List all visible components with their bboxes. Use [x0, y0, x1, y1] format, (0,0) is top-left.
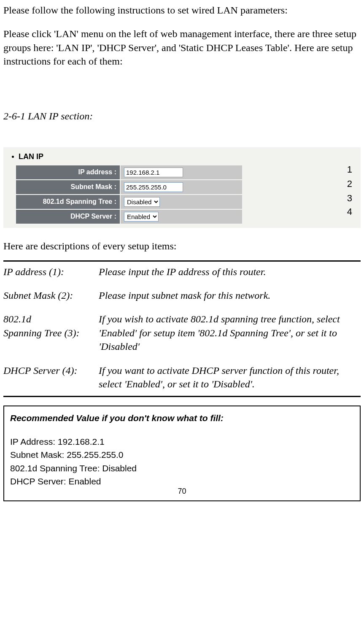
- desc-label-dhcp: DHCP Server (4):: [3, 364, 99, 393]
- label-dhcp-server: DHCP Server :: [16, 210, 120, 224]
- input-subnet-mask[interactable]: [124, 182, 183, 192]
- recommended-title: Recommended Value if you don't know what…: [10, 411, 354, 425]
- lan-ip-form-table: IP address : Subnet Mask : 802.1d Spanni…: [15, 165, 243, 224]
- annotation-1: 1: [347, 164, 352, 175]
- select-spanning-tree[interactable]: Disabled: [124, 197, 160, 207]
- desc-text-spanning: If you wish to activate 802.1d spanning …: [99, 312, 361, 363]
- desc-row-spanning: 802.1d Spanning Tree (3): If you wish to…: [3, 312, 361, 363]
- descriptions-table: IP address (1): Please input the IP addr…: [3, 265, 361, 393]
- recommended-line-3: 802.1d Spanning Tree: Disabled: [10, 462, 354, 475]
- desc-row-dhcp: DHCP Server (4): If you want to activate…: [3, 364, 361, 393]
- row-dhcp-server: DHCP Server : Enabled: [16, 210, 242, 224]
- cell-dhcp-server: Enabled: [121, 210, 242, 224]
- intro-paragraph-1: Please follow the following instructions…: [3, 3, 361, 17]
- desc-row-ip: IP address (1): Please input the IP addr…: [3, 265, 361, 289]
- recommended-line-2: Subnet Mask: 255.255.255.0: [10, 448, 354, 462]
- desc-label-subnet: Subnet Mask (2):: [3, 289, 99, 312]
- row-spanning-tree: 802.1d Spanning Tree : Disabled: [16, 195, 242, 209]
- divider-bottom: [3, 396, 361, 397]
- intro-paragraph-2: Please click 'LAN' menu on the left of w…: [3, 27, 361, 68]
- divider-top: [3, 260, 361, 262]
- desc-text-subnet: Please input subnet mask for this networ…: [99, 289, 361, 312]
- screenshot-title: LAN IP: [7, 151, 357, 165]
- row-subnet-mask: Subnet Mask :: [16, 180, 242, 194]
- desc-row-subnet: Subnet Mask (2): Please input subnet mas…: [3, 289, 361, 312]
- recommended-box: Recommended Value if you don't know what…: [3, 406, 361, 501]
- input-ip-address[interactable]: [124, 168, 183, 177]
- annotation-3: 3: [347, 193, 352, 204]
- recommended-line-1: IP Address: 192.168.2.1: [10, 435, 354, 449]
- descriptions-intro: Here are descriptions of every setup ite…: [3, 241, 361, 252]
- label-ip-address: IP address :: [16, 165, 120, 179]
- cell-subnet-mask: [121, 180, 242, 194]
- row-ip-address: IP address :: [16, 165, 242, 179]
- cell-ip-address: [121, 165, 242, 179]
- desc-label-ip: IP address (1):: [3, 265, 99, 289]
- select-dhcp-server[interactable]: Enabled: [124, 212, 159, 222]
- lan-ip-screenshot: LAN IP IP address : Subnet Mask : 802.1d…: [3, 147, 361, 228]
- cell-spanning-tree: Disabled: [121, 195, 242, 209]
- label-spanning-tree: 802.1d Spanning Tree :: [16, 195, 120, 209]
- section-heading: 2-6-1 LAN IP section:: [3, 111, 361, 122]
- desc-label-spanning: 802.1d Spanning Tree (3):: [3, 312, 99, 363]
- annotation-2: 2: [347, 178, 352, 189]
- desc-text-dhcp: If you want to activate DHCP server func…: [99, 364, 361, 393]
- annotation-4: 4: [347, 206, 352, 217]
- label-subnet-mask: Subnet Mask :: [16, 180, 120, 194]
- desc-text-ip: Please input the IP address of this rout…: [99, 265, 361, 289]
